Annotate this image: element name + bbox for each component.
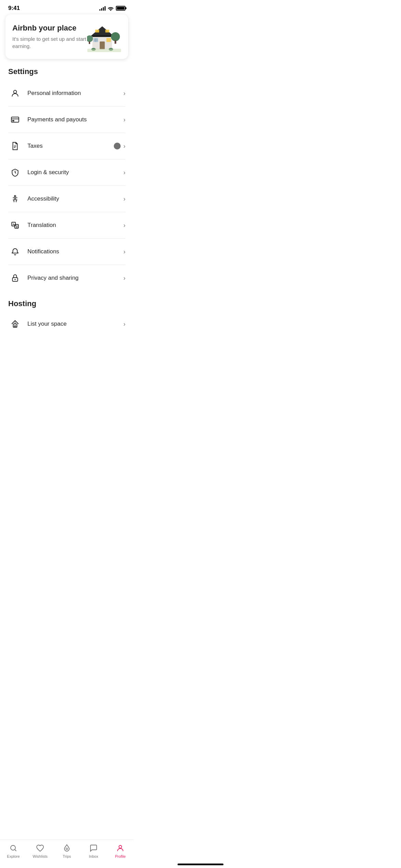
svg-rect-2 xyxy=(93,35,112,37)
svg-point-26 xyxy=(14,279,15,280)
status-time: 9:41 xyxy=(8,5,20,12)
login-security-label: Login & security xyxy=(27,169,123,176)
accessibility-chevron: › xyxy=(123,195,125,203)
list-space-label: List your space xyxy=(27,321,123,327)
translation-icon: A 文 xyxy=(8,218,22,232)
translation-label: Translation xyxy=(27,222,123,229)
personal-info-icon xyxy=(8,86,22,100)
privacy-label: Privacy and sharing xyxy=(27,275,123,281)
taxes-label: Taxes xyxy=(27,143,114,149)
svg-point-28 xyxy=(15,322,15,323)
privacy-icon xyxy=(8,271,22,285)
payments-chevron: › xyxy=(123,116,125,123)
svg-rect-5 xyxy=(100,41,105,49)
taxes-chevron: › xyxy=(123,143,125,150)
settings-menu-list: Personal information › Payments and payo… xyxy=(8,80,125,291)
battery-icon xyxy=(116,6,125,11)
svg-rect-3 xyxy=(95,30,99,33)
signal-icon xyxy=(99,6,106,11)
svg-rect-7 xyxy=(107,38,111,42)
list-space-chevron: › xyxy=(123,321,125,328)
status-bar: 9:41 xyxy=(0,0,134,14)
taxes-badge xyxy=(114,143,121,149)
personal-info-chevron: › xyxy=(123,90,125,97)
privacy-item[interactable]: Privacy and sharing › xyxy=(8,265,125,291)
personal-info-label: Personal information xyxy=(27,90,123,97)
wifi-icon xyxy=(108,6,114,11)
personal-info-item[interactable]: Personal information › xyxy=(8,80,125,107)
payments-item[interactable]: Payments and payouts › xyxy=(8,107,125,133)
notifications-item[interactable]: Notifications › xyxy=(8,239,125,265)
svg-text:A: A xyxy=(12,223,14,226)
status-icons xyxy=(99,6,125,11)
translation-item[interactable]: A 文 Translation › xyxy=(8,212,125,239)
airbnb-card-content: Airbnb your place It's simple to get set… xyxy=(12,24,87,50)
notifications-label: Notifications xyxy=(27,248,123,255)
svg-rect-11 xyxy=(114,40,116,44)
svg-rect-4 xyxy=(105,30,109,33)
login-security-item[interactable]: Login & security › xyxy=(8,159,125,186)
notifications-icon xyxy=(8,245,22,258)
svg-rect-19 xyxy=(12,120,14,121)
taxes-item[interactable]: Taxes › xyxy=(8,133,125,159)
svg-rect-13 xyxy=(89,41,90,44)
login-security-chevron: › xyxy=(123,169,125,176)
hosting-section: Hosting List your space › xyxy=(0,294,134,337)
hosting-title: Hosting xyxy=(8,299,125,308)
payments-icon xyxy=(8,113,22,126)
translation-chevron: › xyxy=(123,222,125,229)
accessibility-item[interactable]: Accessibility › xyxy=(8,186,125,212)
svg-point-20 xyxy=(14,195,16,197)
svg-point-10 xyxy=(111,32,120,41)
list-space-item[interactable]: List your space › xyxy=(8,311,125,337)
airbnb-card-subtitle: It's simple to get set up and start earn… xyxy=(12,35,87,50)
payments-label: Payments and payouts xyxy=(27,116,123,123)
login-security-icon xyxy=(8,166,22,179)
svg-text:文: 文 xyxy=(15,225,18,228)
hosting-menu-list: List your space › xyxy=(8,311,125,337)
settings-title: Settings xyxy=(8,67,125,77)
privacy-chevron: › xyxy=(123,275,125,282)
settings-section: Settings Personal information › xyxy=(0,67,134,291)
accessibility-icon xyxy=(8,192,22,206)
svg-rect-18 xyxy=(11,117,19,122)
svg-point-17 xyxy=(14,90,17,93)
svg-marker-1 xyxy=(90,26,114,36)
house-illustration xyxy=(87,21,121,52)
airbnb-promo-card[interactable]: Airbnb your place It's simple to get set… xyxy=(5,14,128,59)
list-space-icon xyxy=(8,317,22,331)
notifications-chevron: › xyxy=(123,248,125,255)
svg-rect-16 xyxy=(87,49,121,52)
airbnb-card-title: Airbnb your place xyxy=(12,24,87,33)
accessibility-label: Accessibility xyxy=(27,195,123,202)
taxes-icon xyxy=(8,139,22,153)
